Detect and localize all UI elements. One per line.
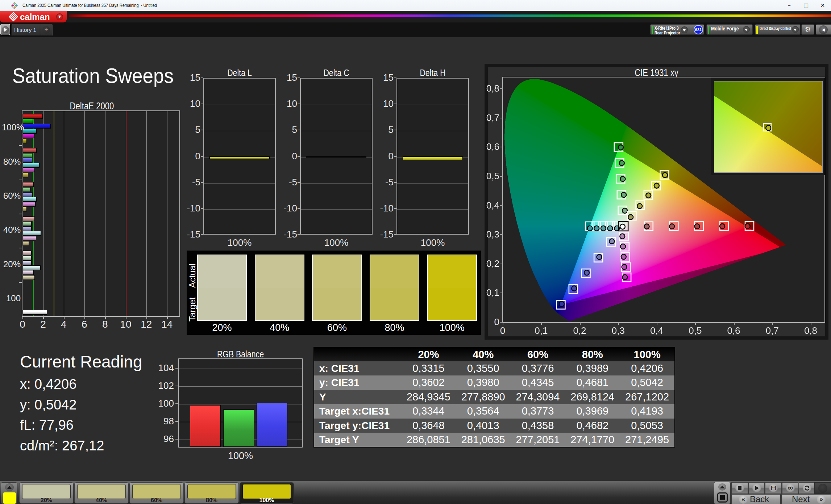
deltae-y-tick (19, 214, 22, 214)
grid-line (397, 209, 468, 210)
table-cell: 269,8124 (565, 390, 620, 404)
transport-range-button[interactable]: [··] (765, 482, 782, 494)
swatch-label: 40% (255, 322, 304, 333)
deltae-x-tick-label: 10 (117, 319, 135, 330)
grid-line (43, 111, 43, 316)
cie-measured-yellow-5 (662, 173, 668, 178)
transport-refresh-button[interactable] (799, 482, 815, 494)
measurement-table: 20%40%60%80%100%x: CIE310,33150,35500,37… (313, 347, 675, 448)
deltae-group-label: 100% (2, 122, 21, 133)
delta_c-y-tick (298, 182, 300, 183)
deltae-bar-100%-0 (22, 114, 43, 119)
delta_c-y-label: -5 (279, 177, 297, 188)
cie-measured-cyan-4 (594, 226, 599, 231)
deltae-group-label: 60% (2, 191, 21, 201)
transport-play-button[interactable] (748, 482, 765, 494)
cie-measured-green-2 (621, 192, 626, 197)
deltae-bar-40%-5 (22, 241, 29, 246)
slide-label: 80% (185, 497, 238, 504)
table-cell: 0,3550 (456, 361, 511, 375)
deltae-bar-20%-0 (22, 251, 32, 255)
grid-line (301, 209, 372, 210)
cie-measured-red-1 (644, 224, 649, 229)
grid-line (397, 105, 468, 105)
deltae-bar-100%-3 (22, 129, 37, 134)
rgb-y-tick (175, 368, 178, 369)
slide-80%[interactable]: 80% (184, 482, 239, 504)
back-label: Back (750, 495, 779, 504)
cie-y-tick-label: 0,6 (483, 141, 499, 152)
table-cell: 281,0635 (456, 433, 511, 447)
delta_c-y-label: -10 (279, 203, 297, 214)
delta_c-y-tick (298, 156, 300, 157)
next-button[interactable]: Next» (781, 494, 831, 504)
swatch-target-20% (198, 288, 246, 320)
deltae-bar-20%-4 (22, 270, 34, 275)
deltae-x-tick (167, 317, 168, 319)
range-icon: [··] (769, 484, 778, 492)
back-button[interactable]: «Back (731, 494, 781, 504)
table-row-Target Y: Target Y286,0851281,0635277,2051274,1770… (314, 433, 674, 447)
bottom-bar: 20%40%60%80%100% [··]∞«BackNext» (0, 481, 831, 504)
delta_h-y-tick (394, 234, 396, 235)
rgb-bar-blue (257, 403, 287, 447)
delta_c-y-label: -15 (279, 229, 297, 240)
cie-y-tick-label: 0,7 (483, 112, 499, 123)
next-label: Next (792, 495, 817, 504)
slide-60%[interactable]: 60% (129, 482, 184, 504)
delta_h-y-label: -15 (375, 229, 394, 240)
cie-measured-green-3 (620, 176, 626, 181)
table-header-row: 20%40%60%80%100% (314, 348, 674, 361)
refresh-icon (803, 484, 811, 492)
table-row-label: Target Y (314, 433, 401, 447)
deltae-bar-60%-3 (22, 197, 37, 202)
cie-measured-magenta-1 (620, 234, 625, 239)
delta_h-y-label: 10 (375, 98, 394, 109)
swatch-compare-panel: 20%40%60%80%100%ActualTarget (187, 251, 481, 335)
grid-line (301, 105, 372, 105)
delta_h-y-label: 5 (375, 124, 394, 135)
delta_l-y-label: 15 (182, 72, 200, 83)
table-header-20%: 20% (401, 348, 456, 361)
rgb-y-tick (175, 403, 178, 404)
cie-measured-cyan-2 (608, 226, 613, 231)
deltae-x-tick (126, 317, 126, 319)
deltae-bar-20%-5 (22, 275, 35, 280)
slide-20%[interactable]: 20% (19, 482, 74, 504)
delta_c-y-tick (298, 104, 300, 104)
deltae-bar-80%-1 (22, 153, 32, 158)
deltae-bar-100%-2 (22, 124, 51, 129)
delta_c-y-label: 5 (279, 124, 297, 135)
patch-toggle-button[interactable] (714, 482, 731, 504)
delta_h-y-tick (394, 77, 396, 78)
slide-label: 40% (75, 497, 128, 504)
cie-measured-red-4 (720, 224, 725, 229)
table-row-label: x: CIE31 (314, 361, 401, 375)
slide-40%[interactable]: 40% (74, 482, 129, 504)
current-reading-title: Current Reading (20, 352, 142, 371)
deltae-bar-20%-3 (22, 265, 41, 270)
slide-100%[interactable]: 100% (240, 482, 294, 504)
table-row-label: Y (314, 390, 401, 404)
table-cell: 0,4682 (565, 419, 620, 433)
grid-line (167, 111, 167, 316)
deltae-x-tick-label: 6 (75, 319, 94, 330)
slide-swatch-80% (187, 484, 236, 499)
deltae-bar-40%-0 (22, 217, 35, 221)
swatch-target-40% (255, 288, 304, 320)
deltae-bar-60%-0 (22, 182, 34, 187)
transport-stop-button[interactable] (731, 482, 748, 494)
deltae-bar-40%-3 (22, 231, 41, 236)
table-cell: 0,3980 (456, 375, 511, 390)
table-header-60%: 60% (511, 348, 565, 361)
grid-line (179, 369, 302, 369)
table-row-Target y:CIE31: Target y:CIE310,36480,40130,43580,46820,… (314, 419, 674, 433)
table-cell: 0,4206 (620, 361, 674, 375)
cie-measured-blue-5 (559, 302, 564, 307)
grid-line (204, 183, 275, 184)
transport-loop-button[interactable]: ∞ (782, 482, 799, 494)
deltae-y-tick (19, 180, 22, 180)
cie-y-tick-label: 0,8 (483, 83, 499, 94)
deltae-bar-100%-4 (22, 134, 34, 138)
patch-window-control[interactable] (1, 482, 17, 504)
